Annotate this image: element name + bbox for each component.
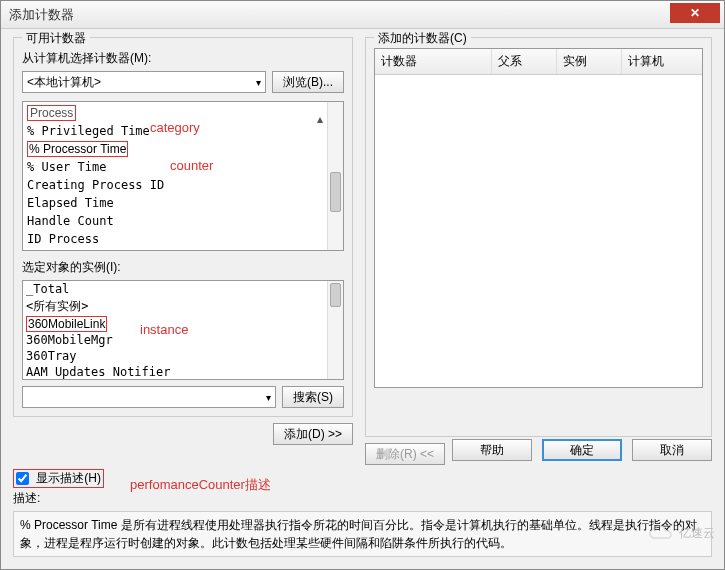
cloud-icon: [647, 524, 675, 542]
counter-item[interactable]: Creating Process ID: [25, 176, 341, 194]
close-icon: ✕: [690, 6, 700, 20]
chevron-down-icon: ▾: [256, 77, 261, 88]
instance-item[interactable]: <所有实例>: [23, 297, 343, 316]
instance-search-input[interactable]: ▾: [22, 386, 276, 408]
search-button[interactable]: 搜索(S): [282, 386, 344, 408]
th-computer[interactable]: 计算机: [622, 49, 702, 74]
instances-scrollbar[interactable]: [327, 281, 343, 379]
th-counter[interactable]: 计数器: [375, 49, 492, 74]
chevron-down-icon: ▾: [266, 392, 271, 403]
available-counters-group: 可用计数器 从计算机选择计数器(M): <本地计算机> ▾ 浏览(B)... P…: [13, 37, 353, 417]
instance-item[interactable]: 360Tray: [23, 348, 343, 364]
show-description-checkbox[interactable]: 显示描述(H): [13, 469, 104, 488]
instance-item[interactable]: 360MobileMgr: [23, 332, 343, 348]
counter-item[interactable]: Handle Count: [25, 212, 341, 230]
add-counter-dialog: 添加计数器 ✕ 可用计数器 从计算机选择计数器(M): <本地计算机> ▾ 浏览…: [0, 0, 725, 570]
added-counters-group: 添加的计数器(C) 计数器 父系 实例 计算机: [365, 37, 712, 437]
category-item[interactable]: Process: [25, 104, 341, 122]
close-button[interactable]: ✕: [670, 3, 720, 23]
cancel-button[interactable]: 取消: [632, 439, 712, 461]
counter-item[interactable]: ID Process: [25, 230, 341, 248]
help-button[interactable]: 帮助: [452, 439, 532, 461]
computer-combobox[interactable]: <本地计算机> ▾: [22, 71, 266, 93]
th-instance[interactable]: 实例: [557, 49, 622, 74]
instance-item[interactable]: AAM Updates Notifier: [23, 364, 343, 380]
description-label: 描述:: [13, 490, 712, 507]
window-title: 添加计数器: [9, 6, 670, 24]
added-counters-title: 添加的计数器(C): [374, 30, 471, 47]
watermark: 亿速云: [647, 524, 715, 542]
titlebar: 添加计数器 ✕: [1, 1, 724, 29]
counter-listbox[interactable]: Process % Privileged Time % Processor Ti…: [22, 101, 344, 251]
instances-listbox[interactable]: _Total <所有实例> 360MobileLink 360MobileMgr…: [22, 280, 344, 380]
description-text: % Processor Time 是所有进程线程使用处理器执行指令所花的时间百分…: [13, 511, 712, 557]
computer-select-label: 从计算机选择计数器(M):: [22, 50, 344, 67]
expand-icon[interactable]: ▴: [317, 112, 323, 126]
counter-item[interactable]: % Privileged Time: [25, 122, 341, 140]
instance-item[interactable]: 360MobileLink: [23, 316, 343, 332]
computer-combobox-value: <本地计算机>: [27, 74, 101, 91]
instances-label: 选定对象的实例(I):: [22, 259, 344, 276]
scrollbar-thumb[interactable]: [330, 172, 341, 212]
counter-scrollbar[interactable]: [327, 102, 343, 250]
remove-button[interactable]: 删除(R) <<: [365, 443, 445, 465]
available-counters-title: 可用计数器: [22, 30, 90, 47]
counter-item[interactable]: % Processor Time: [25, 140, 341, 158]
scrollbar-thumb[interactable]: [330, 283, 341, 307]
counter-item[interactable]: Elapsed Time: [25, 194, 341, 212]
counter-item[interactable]: % User Time: [25, 158, 341, 176]
instance-item[interactable]: _Total: [23, 281, 343, 297]
show-description-checkbox-input[interactable]: [16, 472, 29, 485]
add-button[interactable]: 添加(D) >>: [273, 423, 353, 445]
added-counters-table: 计数器 父系 实例 计算机: [374, 48, 703, 388]
table-header: 计数器 父系 实例 计算机: [375, 49, 702, 75]
ok-button[interactable]: 确定: [542, 439, 622, 461]
description-area: 显示描述(H) 帮助 确定 取消 描述: % Processor Time 是所…: [13, 469, 712, 557]
th-parent[interactable]: 父系: [492, 49, 557, 74]
dialog-body: 可用计数器 从计算机选择计数器(M): <本地计算机> ▾ 浏览(B)... P…: [1, 29, 724, 569]
browse-button[interactable]: 浏览(B)...: [272, 71, 344, 93]
